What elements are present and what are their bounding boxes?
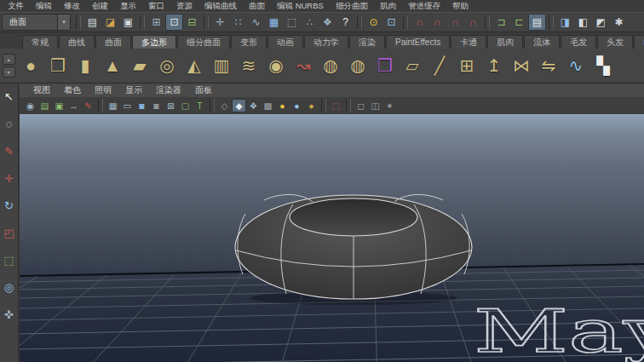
- curve-warp-icon[interactable]: ↝: [290, 51, 317, 80]
- panel-menu-item[interactable]: 渲染器: [149, 84, 188, 96]
- shelf-tab[interactable]: 曲面: [95, 35, 131, 49]
- select-hierarchy-icon[interactable]: ⊞: [147, 14, 165, 31]
- menu-item[interactable]: 编辑: [30, 0, 58, 12]
- append-polygon-icon[interactable]: ⊞: [453, 51, 480, 80]
- poly-torus-icon[interactable]: ◎: [153, 51, 181, 80]
- paint-selection-tool-icon[interactable]: ✎: [1, 141, 17, 161]
- menu-item[interactable]: 管道缓存: [402, 0, 446, 12]
- two-d-pan-zoom-icon[interactable]: ↔: [66, 99, 81, 112]
- select-handles-icon[interactable]: ✛: [211, 14, 229, 31]
- film-gate-icon[interactable]: ▭: [120, 99, 135, 112]
- select-component-icon[interactable]: ⊟: [183, 14, 201, 31]
- shelf-scroll-up-icon[interactable]: ▴: [3, 54, 15, 65]
- quad-draw-icon[interactable]: ▱: [399, 51, 426, 80]
- shelf-tab[interactable]: 细分曲面: [177, 35, 230, 49]
- poly-pipe-icon[interactable]: ▥: [208, 51, 235, 80]
- menu-item[interactable]: 资源: [170, 0, 198, 12]
- shelf-tab[interactable]: 毛发: [561, 35, 596, 49]
- menu-item[interactable]: 曲面: [243, 0, 271, 12]
- shelf-tab[interactable]: 动画: [267, 35, 303, 49]
- poly-cone-icon[interactable]: ▲: [99, 51, 126, 80]
- lasso-tool-icon[interactable]: ◌: [1, 113, 17, 134]
- extrude-icon[interactable]: ↥: [480, 51, 508, 80]
- default-lighting-icon[interactable]: ●: [275, 99, 290, 112]
- snap-to-grids-icon[interactable]: ∩: [411, 14, 428, 31]
- shelf-tab[interactable]: 变形: [231, 35, 267, 49]
- rotate-tool-icon[interactable]: ↻: [1, 195, 17, 215]
- poly-pyramid-icon[interactable]: ◭: [181, 51, 208, 80]
- textured-lighting-icon[interactable]: ●: [304, 99, 319, 112]
- panel-menu-item[interactable]: 照明: [88, 84, 118, 96]
- grid-icon[interactable]: ▦: [106, 99, 120, 112]
- save-scene-icon[interactable]: ▣: [119, 14, 137, 31]
- input-connections-icon[interactable]: ⊐: [492, 14, 510, 31]
- ipr-render-icon[interactable]: ◩: [592, 14, 610, 31]
- panel-menu-item[interactable]: 面板: [188, 84, 219, 96]
- camera-attributes-icon[interactable]: ◉: [23, 99, 37, 112]
- poly-soccer-ball-icon[interactable]: ◉: [262, 51, 290, 80]
- menu-item[interactable]: 帮助: [446, 0, 474, 12]
- soft-modification-icon[interactable]: ◎: [1, 277, 17, 297]
- shelf-tab[interactable]: 流体: [524, 35, 560, 49]
- select-dynamics-icon[interactable]: ❖: [319, 14, 336, 31]
- interactive-split-icon[interactable]: ╱: [426, 51, 453, 80]
- smooth-shade-icon[interactable]: ◆: [232, 99, 246, 112]
- panel-menu-item[interactable]: 着色: [57, 84, 88, 96]
- select-deformations-icon[interactable]: ∴: [301, 14, 319, 31]
- menu-item[interactable]: 创建: [86, 0, 114, 12]
- new-scene-icon[interactable]: ▤: [83, 14, 101, 31]
- image-plane-icon[interactable]: ▣: [52, 99, 66, 112]
- menu-item[interactable]: 细分曲面: [330, 0, 374, 12]
- field-chart-icon[interactable]: ⊠: [164, 99, 178, 112]
- wireframe-cube-icon[interactable]: ◇: [217, 99, 232, 112]
- highlight-selection-icon[interactable]: ⬚: [329, 99, 343, 112]
- panel-menu-item[interactable]: 显示: [118, 84, 149, 96]
- render-flag-icon[interactable]: ▚: [589, 51, 617, 80]
- shelf-scroll-down-icon[interactable]: ▾: [3, 66, 15, 78]
- menu-item[interactable]: 文件: [2, 0, 30, 12]
- snap-to-points-icon[interactable]: ∩: [446, 14, 464, 31]
- shelf-tab[interactable]: 肌肉: [487, 35, 523, 49]
- render-view-icon[interactable]: ◨: [556, 14, 574, 31]
- open-scene-icon[interactable]: ◪: [101, 14, 119, 31]
- render-settings-icon[interactable]: ✱: [610, 14, 628, 31]
- panel-menu-item[interactable]: 视图: [26, 84, 57, 96]
- select-curves-icon[interactable]: ∿: [247, 14, 265, 31]
- snap-to-curves-icon[interactable]: ∩: [428, 14, 446, 31]
- shelf-tab[interactable]: PaintEffects: [386, 35, 450, 49]
- construction-history-icon[interactable]: ▤: [528, 14, 546, 31]
- shelf-tab[interactable]: 卡通: [451, 35, 486, 49]
- mirror-geometry-icon[interactable]: ⇋: [535, 51, 562, 80]
- poly-plane-icon[interactable]: ▰: [126, 51, 153, 80]
- poly-cylinder-icon[interactable]: ▮: [72, 51, 99, 80]
- menu-item[interactable]: 肌肉: [374, 0, 402, 12]
- menu-item[interactable]: 编辑曲线: [198, 0, 243, 12]
- menu-item[interactable]: 窗口: [142, 0, 170, 12]
- shelf-tab[interactable]: 动力学: [304, 35, 348, 49]
- scale-tool-icon[interactable]: ◰: [1, 222, 17, 243]
- menu-item[interactable]: 显示: [114, 0, 142, 12]
- output-connections-icon[interactable]: ⊏: [510, 14, 528, 31]
- viewport-3d[interactable]: Maya: [20, 114, 644, 362]
- select-hulls-icon[interactable]: ⬚: [283, 14, 301, 31]
- textured-cube-icon[interactable]: ❖: [246, 99, 261, 112]
- lock-selection-icon[interactable]: ⊙: [365, 14, 382, 31]
- universal-manipulator-icon[interactable]: ⬚: [1, 250, 17, 270]
- isolate-select-icon[interactable]: ◻: [354, 99, 368, 112]
- xray-icon[interactable]: ◫: [368, 99, 382, 112]
- move-tool-icon[interactable]: ✛: [1, 168, 17, 188]
- safe-title-icon[interactable]: T: [193, 99, 207, 112]
- smooth-icon[interactable]: ∿: [562, 51, 589, 80]
- snap-to-view-planes-icon[interactable]: ∩: [464, 14, 482, 31]
- shelf-tab[interactable]: 渲染: [349, 35, 385, 49]
- highlight-selection-mode-icon[interactable]: ⊡: [382, 14, 400, 31]
- share-view-icon[interactable]: ✶: [382, 99, 397, 112]
- safe-action-icon[interactable]: ▢: [178, 99, 193, 112]
- resolution-gate-icon[interactable]: ◙: [135, 99, 149, 112]
- all-lights-icon[interactable]: ●: [290, 99, 304, 112]
- menu-item[interactable]: 编辑 NURBS: [271, 0, 330, 12]
- merge-icon[interactable]: ⋈: [508, 51, 535, 80]
- subdiv-proxy-icon[interactable]: ❒: [371, 51, 399, 80]
- grease-pencil-icon[interactable]: ✎: [81, 99, 95, 112]
- render-current-frame-icon[interactable]: ◧: [574, 14, 592, 31]
